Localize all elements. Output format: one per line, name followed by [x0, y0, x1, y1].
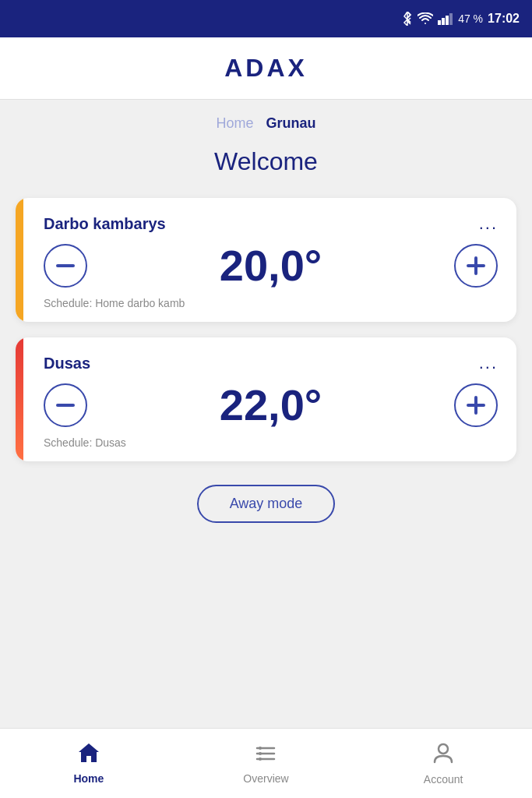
- nav-label-home: Home: [73, 772, 104, 785]
- svg-point-14: [259, 752, 262, 755]
- clock: 17:02: [488, 12, 520, 26]
- card-controls-1: 20,0°: [44, 240, 498, 291]
- breadcrumb-home[interactable]: Home: [216, 115, 253, 132]
- decrease-temp-2[interactable]: [44, 383, 87, 427]
- svg-rect-9: [467, 404, 485, 407]
- overview-icon: [254, 742, 277, 769]
- room-card-dusas: Dusas ... 22,0° Schedule: Dusas: [16, 337, 516, 461]
- svg-rect-4: [56, 264, 75, 267]
- card-controls-2: 22,0°: [44, 380, 498, 430]
- bottom-nav: Home Overview Account: [0, 728, 532, 798]
- room-menu-2[interactable]: ...: [479, 353, 498, 373]
- app-logo: ADAX: [224, 54, 308, 83]
- nav-label-overview: Overview: [243, 772, 288, 785]
- card-accent-orange: [16, 337, 23, 461]
- schedule-1: Schedule: Home darbo kamb: [44, 297, 498, 309]
- card-accent-yellow: [16, 198, 23, 322]
- svg-rect-0: [438, 20, 441, 25]
- signal-icon: [438, 12, 453, 25]
- increase-temp-2[interactable]: [454, 383, 498, 427]
- temperature-2: 22,0°: [220, 380, 322, 430]
- decrease-temp-1[interactable]: [44, 244, 87, 288]
- temperature-1: 20,0°: [220, 240, 322, 291]
- bluetooth-icon: [402, 12, 413, 26]
- main-content: Home Grunau Welcome Darbo kambarys ... 2…: [0, 100, 532, 728]
- schedule-2: Schedule: Dusas: [44, 436, 498, 449]
- battery-status: 47 %: [458, 12, 483, 25]
- svg-rect-3: [449, 13, 453, 25]
- card-header-1: Darbo kambarys ...: [44, 214, 498, 234]
- svg-rect-6: [467, 264, 485, 267]
- svg-rect-7: [56, 404, 75, 407]
- svg-rect-2: [446, 16, 449, 25]
- svg-point-17: [439, 744, 448, 754]
- home-icon: [77, 742, 100, 769]
- card-header-2: Dusas ...: [44, 353, 498, 373]
- nav-item-home[interactable]: Home: [58, 742, 120, 785]
- svg-point-12: [259, 747, 262, 750]
- nav-item-overview[interactable]: Overview: [234, 742, 297, 785]
- away-mode-container: Away mode: [197, 485, 336, 523]
- room-name-1: Darbo kambarys: [44, 215, 166, 233]
- status-icons: 47 % 17:02: [402, 12, 520, 26]
- welcome-title: Welcome: [214, 147, 318, 176]
- svg-point-16: [259, 757, 262, 761]
- room-menu-1[interactable]: ...: [479, 214, 498, 234]
- away-mode-button[interactable]: Away mode: [197, 485, 336, 523]
- app-header: ADAX: [0, 37, 532, 100]
- wifi-icon: [417, 12, 433, 25]
- status-bar: 47 % 17:02: [0, 0, 532, 37]
- account-icon: [432, 741, 455, 770]
- room-card-darbo-kambarys: Darbo kambarys ... 20,0° Schedule: Home …: [16, 198, 516, 322]
- increase-temp-1[interactable]: [454, 244, 498, 288]
- room-name-2: Dusas: [44, 355, 90, 373]
- breadcrumb: Home Grunau: [216, 115, 315, 132]
- breadcrumb-grunau[interactable]: Grunau: [266, 115, 316, 132]
- nav-label-account: Account: [424, 773, 463, 786]
- nav-item-account[interactable]: Account: [412, 741, 474, 786]
- svg-rect-1: [442, 18, 445, 25]
